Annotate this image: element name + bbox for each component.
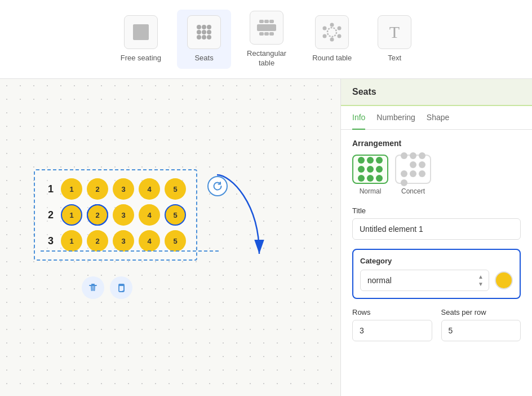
svg-text:T: T	[389, 23, 400, 41]
round-table-icon	[315, 15, 349, 49]
seats-per-row-label: Seats per row	[441, 308, 521, 316]
arrangement-normal-icon	[352, 155, 388, 184]
svg-point-19	[330, 38, 334, 42]
rectangular-table-icon	[250, 11, 283, 45]
arrangement-title: Arrangement	[352, 139, 521, 148]
category-label: Category	[360, 257, 513, 265]
tab-shape[interactable]: Shape	[427, 106, 449, 130]
panel-title: Seats	[341, 79, 532, 106]
free-seating-icon	[124, 15, 158, 49]
dimensions-row: Rows Seats per row	[352, 308, 521, 350]
text-icon: T	[378, 15, 411, 49]
rows-label: Rows	[352, 308, 432, 316]
svg-point-3	[207, 25, 211, 29]
seat-1-4[interactable]: 4	[139, 178, 160, 200]
seat-1-5[interactable]: 5	[165, 178, 186, 200]
seating-row-3: 3 1 2 3 4 5	[45, 230, 186, 252]
seating-row-2: 2 1 2 3 4 5	[45, 204, 186, 226]
svg-point-21	[338, 27, 342, 30]
seat-1-1[interactable]: 1	[61, 178, 82, 200]
delete-button[interactable]	[82, 276, 104, 299]
arrangement-concert-icon	[395, 155, 431, 184]
svg-point-2	[202, 25, 206, 29]
svg-rect-15	[264, 32, 269, 36]
arrangement-normal[interactable]: Normal	[352, 155, 388, 195]
tool-rectangular-table-label: Rectangular table	[247, 49, 286, 68]
normal-dots	[358, 157, 383, 182]
tool-text[interactable]: T Text	[367, 10, 422, 69]
tool-free-seating-label: Free seating	[121, 54, 161, 63]
arrangement-normal-label: Normal	[360, 187, 382, 195]
svg-rect-16	[269, 32, 274, 36]
seats-per-row-field-group: Seats per row	[441, 308, 521, 341]
tool-text-label: Text	[388, 54, 401, 63]
seat-3-4[interactable]: 4	[139, 230, 160, 252]
category-color-swatch[interactable]	[495, 271, 513, 289]
refresh-button[interactable]	[207, 176, 228, 196]
seats-per-row-input[interactable]	[441, 320, 521, 341]
category-select[interactable]: normal vip premium	[360, 270, 489, 291]
svg-rect-14	[259, 32, 264, 36]
svg-rect-10	[257, 24, 276, 31]
properties-panel: Seats Info Numbering Shape Arrangement	[340, 79, 532, 396]
seat-2-4[interactable]: 4	[139, 204, 160, 226]
toolbar: Free seating Seats	[0, 0, 532, 79]
row-label-3: 3	[45, 235, 56, 247]
panel-content: Arrangement	[341, 130, 532, 359]
tool-free-seating[interactable]: Free seating	[110, 10, 171, 69]
tab-info[interactable]: Info	[352, 106, 365, 130]
seat-2-2[interactable]: 2	[87, 204, 108, 226]
svg-point-1	[197, 25, 201, 29]
svg-point-7	[197, 35, 201, 39]
title-field-label: Title	[352, 206, 521, 215]
svg-rect-0	[133, 24, 149, 40]
seating-row-1: 1 1 2 3 4 5	[45, 178, 186, 200]
svg-point-18	[330, 23, 334, 27]
arrangement-concert[interactable]: Concert	[395, 155, 431, 195]
seating-container: 1 1 2 3 4 5 2 1 2 3 4 5	[34, 169, 197, 261]
arrangement-options: Normal	[352, 155, 521, 195]
svg-point-20	[323, 27, 327, 30]
svg-rect-13	[269, 20, 274, 23]
rows-input[interactable]	[352, 320, 432, 341]
seat-3-2[interactable]: 2	[87, 230, 108, 252]
action-buttons	[82, 276, 132, 299]
svg-rect-12	[264, 20, 269, 23]
svg-point-5	[202, 30, 206, 34]
rows-field-group: Rows	[352, 308, 432, 341]
seat-2-3[interactable]: 3	[113, 204, 134, 226]
svg-point-4	[197, 30, 201, 34]
seat-2-5[interactable]: 5	[165, 204, 186, 226]
seat-1-3[interactable]: 3	[113, 178, 134, 200]
category-row: normal vip premium ▲ ▼	[360, 270, 513, 291]
svg-point-9	[207, 35, 211, 39]
seat-3-5[interactable]: 5	[165, 230, 186, 252]
seat-3-3[interactable]: 3	[113, 230, 134, 252]
tab-numbering[interactable]: Numbering	[376, 106, 415, 130]
seating-box[interactable]: 1 1 2 3 4 5 2 1 2 3 4 5	[34, 169, 197, 261]
main-area: 1 1 2 3 4 5 2 1 2 3 4 5	[0, 79, 532, 396]
arrow-indicator	[186, 158, 276, 271]
svg-point-8	[202, 35, 206, 39]
svg-point-6	[207, 30, 211, 34]
seats-icon	[187, 15, 221, 49]
arrangement-concert-label: Concert	[401, 187, 425, 195]
tool-round-table-label: Round table	[312, 54, 352, 63]
seat-2-1[interactable]: 1	[61, 204, 82, 226]
svg-point-22	[323, 34, 327, 38]
title-field-group: Title	[352, 206, 521, 240]
seat-1-2[interactable]: 2	[87, 178, 108, 200]
tool-round-table[interactable]: Round table	[302, 10, 362, 69]
category-section: Category normal vip premium ▲ ▼	[352, 249, 521, 299]
tool-rectangular-table[interactable]: Rectangular table	[237, 5, 296, 74]
copy-button[interactable]	[110, 276, 132, 299]
canvas[interactable]: 1 1 2 3 4 5 2 1 2 3 4 5	[0, 79, 340, 396]
panel-tabs: Info Numbering Shape	[341, 106, 532, 130]
row-label-2: 2	[45, 209, 56, 221]
tool-seats-label: Seats	[194, 54, 213, 63]
seat-3-1[interactable]: 1	[61, 230, 82, 252]
category-select-wrap: normal vip premium ▲ ▼	[360, 270, 489, 291]
svg-rect-11	[259, 20, 264, 23]
tool-seats[interactable]: Seats	[177, 10, 231, 69]
title-input[interactable]	[352, 218, 521, 240]
